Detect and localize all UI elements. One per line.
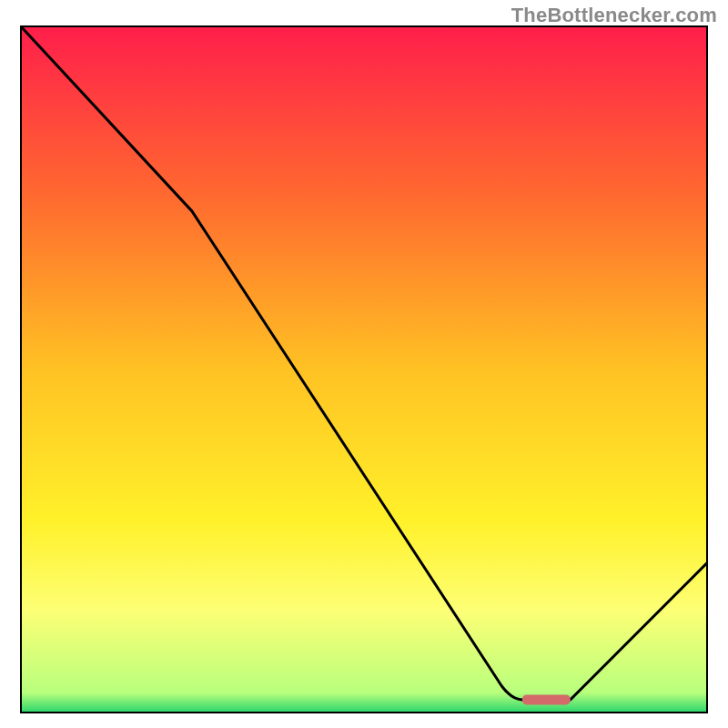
- bottleneck-chart: [20, 25, 708, 713]
- figure-container: TheBottlenecker.com: [0, 0, 728, 728]
- gradient-background: [20, 25, 708, 713]
- plot-area: [20, 25, 708, 713]
- watermark-text: TheBottlenecker.com: [511, 4, 717, 27]
- optimal-marker: [522, 694, 571, 704]
